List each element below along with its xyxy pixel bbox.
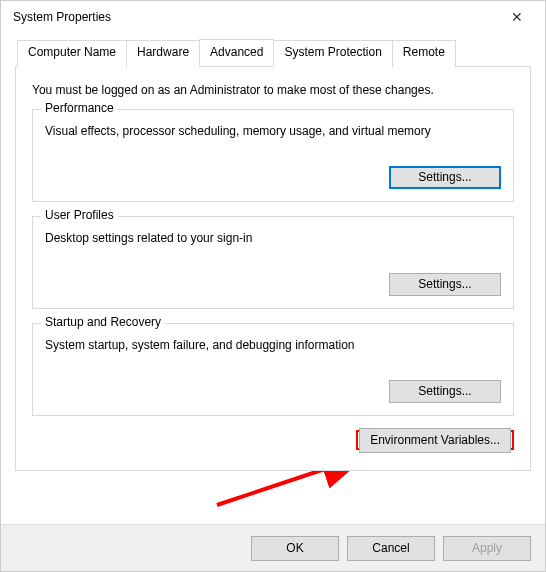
tab-hardware[interactable]: Hardware xyxy=(126,40,200,67)
window-title: System Properties xyxy=(13,10,497,24)
group-startup-legend: Startup and Recovery xyxy=(41,315,165,329)
performance-settings-button[interactable]: Settings... xyxy=(389,166,501,189)
group-user-profiles: User Profiles Desktop settings related t… xyxy=(32,216,514,309)
group-performance-legend: Performance xyxy=(41,101,118,115)
tab-advanced[interactable]: Advanced xyxy=(199,39,274,66)
intro-text: You must be logged on as an Administrato… xyxy=(32,83,514,97)
tab-strip: Computer Name Hardware Advanced System P… xyxy=(15,39,531,66)
tab-panel-advanced: You must be logged on as an Administrato… xyxy=(15,66,531,471)
group-user-profiles-desc: Desktop settings related to your sign-in xyxy=(45,231,501,245)
highlight-box: Environment Variables... xyxy=(356,430,514,450)
apply-button[interactable]: Apply xyxy=(443,536,531,561)
startup-settings-button[interactable]: Settings... xyxy=(389,380,501,403)
tab-computer-name[interactable]: Computer Name xyxy=(17,40,127,67)
environment-variables-button[interactable]: Environment Variables... xyxy=(359,428,511,453)
group-startup-recovery: Startup and Recovery System startup, sys… xyxy=(32,323,514,416)
group-performance: Performance Visual effects, processor sc… xyxy=(32,109,514,202)
group-performance-desc: Visual effects, processor scheduling, me… xyxy=(45,124,501,138)
content-area: Computer Name Hardware Advanced System P… xyxy=(1,33,545,483)
group-user-profiles-legend: User Profiles xyxy=(41,208,118,222)
title-bar: System Properties ✕ xyxy=(1,1,545,33)
tab-remote[interactable]: Remote xyxy=(392,40,456,67)
dialog-button-bar: OK Cancel Apply xyxy=(1,524,545,571)
tab-system-protection[interactable]: System Protection xyxy=(273,40,392,67)
cancel-button[interactable]: Cancel xyxy=(347,536,435,561)
ok-button[interactable]: OK xyxy=(251,536,339,561)
user-profiles-settings-button[interactable]: Settings... xyxy=(389,273,501,296)
close-icon[interactable]: ✕ xyxy=(497,9,537,25)
group-startup-desc: System startup, system failure, and debu… xyxy=(45,338,501,352)
